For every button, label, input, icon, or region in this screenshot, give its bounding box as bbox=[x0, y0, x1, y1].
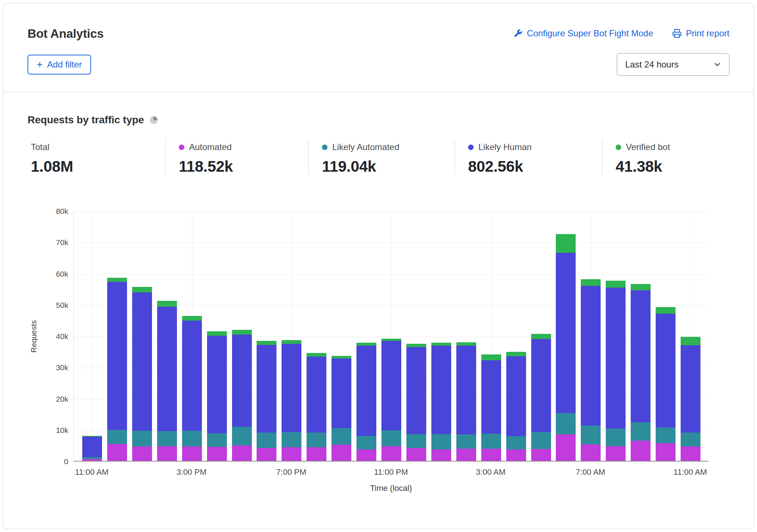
stacked-bar[interactable] bbox=[556, 234, 576, 461]
y-tick-label: 10k bbox=[28, 426, 68, 435]
stacked-bar[interactable] bbox=[381, 339, 401, 461]
bar-segment bbox=[556, 253, 576, 413]
stacked-bar[interactable] bbox=[207, 331, 227, 461]
stat-automated[interactable]: Automated 118.52k bbox=[165, 140, 308, 175]
bar-segment bbox=[556, 413, 576, 434]
bar-segment bbox=[581, 444, 601, 461]
stacked-bar[interactable] bbox=[332, 356, 351, 461]
stacked-bar[interactable] bbox=[581, 279, 601, 461]
stacked-bar[interactable] bbox=[356, 343, 376, 461]
bar-segment bbox=[132, 431, 152, 447]
bar-segment bbox=[406, 344, 426, 347]
stacked-bar[interactable] bbox=[82, 436, 102, 461]
stat-verified-bot[interactable]: Verified bot 41.38k bbox=[602, 140, 729, 175]
bar-segment bbox=[307, 353, 326, 357]
bar-segment bbox=[332, 358, 351, 428]
bar-segment bbox=[456, 449, 476, 461]
stat-total: Total 1.08M bbox=[28, 140, 165, 175]
bar-segment bbox=[182, 447, 202, 461]
x-tick-label: 11:00 AM bbox=[61, 467, 123, 477]
bar-segment bbox=[207, 447, 227, 461]
stacked-bar[interactable] bbox=[257, 341, 276, 461]
print-report-link[interactable]: Print report bbox=[672, 28, 729, 39]
bar-segment bbox=[506, 352, 526, 356]
stacked-bar[interactable] bbox=[631, 284, 651, 461]
stacked-bar[interactable] bbox=[132, 287, 152, 461]
bar-segment bbox=[307, 357, 326, 433]
stacked-bar[interactable] bbox=[681, 337, 700, 461]
stacked-bar[interactable] bbox=[182, 316, 202, 461]
y-tick-label: 40k bbox=[28, 332, 68, 341]
bar-segment bbox=[207, 336, 227, 433]
bar-segment bbox=[456, 342, 476, 346]
bar-segment bbox=[631, 441, 651, 461]
stacked-bar[interactable] bbox=[656, 307, 675, 461]
bar-segment bbox=[631, 284, 651, 290]
bar-segment bbox=[656, 427, 675, 443]
bar-segment bbox=[506, 449, 526, 461]
stat-likely-automated[interactable]: Likely Automated 119.04k bbox=[308, 140, 454, 175]
bar-segment bbox=[257, 448, 276, 461]
gridline bbox=[92, 211, 93, 461]
bar-segment bbox=[232, 330, 252, 335]
bar-segment bbox=[232, 445, 252, 461]
stacked-bar[interactable] bbox=[606, 281, 626, 461]
bar-segment bbox=[681, 345, 700, 433]
y-tick-label: 30k bbox=[28, 363, 68, 372]
y-tick-label: 60k bbox=[28, 270, 68, 278]
add-filter-label: Add filter bbox=[47, 59, 82, 70]
x-tick-label: 7:00 PM bbox=[260, 467, 322, 477]
x-axis-tick-labels: 11:00 AM3:00 PM7:00 PM11:00 PM3:00 AM7:0… bbox=[73, 462, 709, 478]
bar-segment bbox=[182, 321, 202, 431]
bar-segment bbox=[456, 434, 476, 449]
stacked-bar[interactable] bbox=[431, 343, 451, 461]
bar-segment bbox=[431, 434, 451, 450]
stacked-bar[interactable] bbox=[406, 344, 426, 461]
bar-segment bbox=[581, 286, 601, 426]
bar-segment bbox=[132, 447, 152, 461]
bar-segment bbox=[456, 346, 476, 434]
stacked-bar[interactable] bbox=[232, 330, 252, 461]
x-tick-label: 7:00 AM bbox=[559, 467, 622, 477]
bar-segment bbox=[282, 344, 301, 432]
bar-segment bbox=[332, 428, 351, 444]
stacked-bar[interactable] bbox=[307, 353, 326, 461]
x-tick-label: 11:00 AM bbox=[659, 467, 721, 477]
stacked-bar[interactable] bbox=[531, 334, 551, 461]
bar-segment bbox=[381, 430, 401, 446]
bar-segment bbox=[606, 288, 626, 429]
time-range-value: Last 24 hours bbox=[625, 59, 678, 70]
stat-likely-human[interactable]: Likely Human 802.56k bbox=[454, 140, 602, 175]
stacked-bar[interactable] bbox=[157, 301, 177, 461]
bar-segment bbox=[282, 432, 301, 447]
bar-segment bbox=[481, 354, 501, 360]
configure-link-label: Configure Super Bot Fight Mode bbox=[527, 28, 653, 39]
stat-likely-automated-value: 119.04k bbox=[322, 158, 447, 175]
bar-segment bbox=[132, 287, 152, 292]
bar-segment bbox=[182, 316, 202, 321]
stacked-bar[interactable] bbox=[506, 352, 526, 461]
stacked-bar[interactable] bbox=[107, 278, 127, 461]
bar-segment bbox=[556, 434, 576, 461]
bar-segment bbox=[606, 429, 626, 446]
add-filter-button[interactable]: + Add filter bbox=[28, 55, 91, 74]
x-tick-label: 11:00 PM bbox=[360, 467, 422, 477]
bar-segment bbox=[307, 433, 326, 447]
bar-segment bbox=[681, 433, 700, 447]
plot-area bbox=[73, 211, 709, 462]
configure-super-bot-fight-mode-link[interactable]: Configure Super Bot Fight Mode bbox=[513, 28, 653, 39]
bar-segment bbox=[656, 314, 675, 427]
y-tick-label: 20k bbox=[28, 395, 68, 404]
time-range-select[interactable]: Last 24 hours bbox=[617, 53, 729, 76]
wrench-icon bbox=[513, 29, 523, 38]
requests-section: Requests by traffic type Total 1.08M Aut… bbox=[3, 114, 754, 501]
stacked-bar[interactable] bbox=[481, 354, 501, 461]
stacked-bar[interactable] bbox=[282, 340, 301, 461]
bar-segment bbox=[107, 282, 127, 430]
y-tick-label: 0 bbox=[28, 457, 68, 466]
y-axis-tick-labels: 010k20k30k40k50k60k70k80k bbox=[28, 211, 68, 462]
bot-analytics-card: Bot Analytics Configure Super Bot Fight … bbox=[3, 3, 754, 529]
stacked-bar[interactable] bbox=[456, 342, 476, 461]
bar-segment bbox=[282, 340, 301, 344]
bar-segment bbox=[257, 341, 276, 345]
